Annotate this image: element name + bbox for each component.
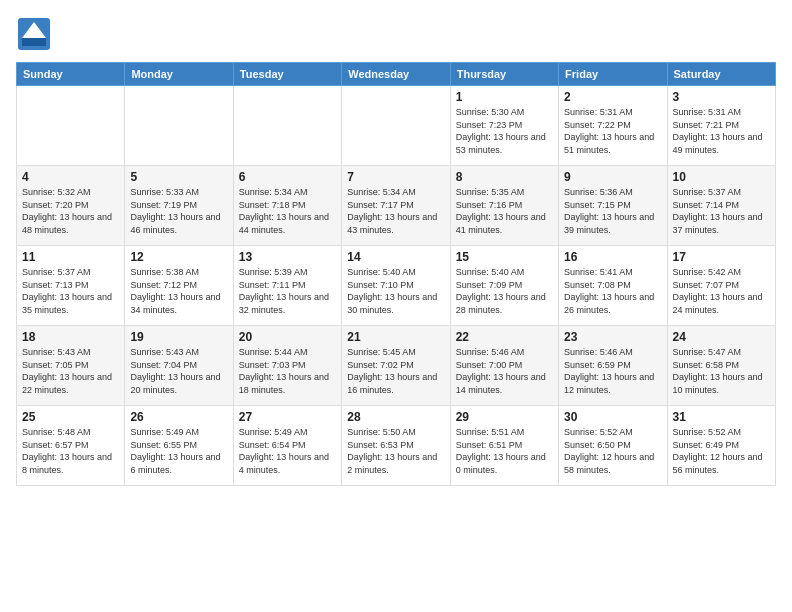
- day-number: 8: [456, 170, 553, 184]
- calendar-cell: 9Sunrise: 5:36 AM Sunset: 7:15 PM Daylig…: [559, 166, 667, 246]
- calendar-cell: 15Sunrise: 5:40 AM Sunset: 7:09 PM Dayli…: [450, 246, 558, 326]
- day-info: Sunrise: 5:49 AM Sunset: 6:54 PM Dayligh…: [239, 426, 336, 476]
- day-info: Sunrise: 5:34 AM Sunset: 7:18 PM Dayligh…: [239, 186, 336, 236]
- day-number: 15: [456, 250, 553, 264]
- day-number: 21: [347, 330, 444, 344]
- calendar-cell: 25Sunrise: 5:48 AM Sunset: 6:57 PM Dayli…: [17, 406, 125, 486]
- day-header-wednesday: Wednesday: [342, 63, 450, 86]
- calendar-body: 1Sunrise: 5:30 AM Sunset: 7:23 PM Daylig…: [17, 86, 776, 486]
- day-number: 12: [130, 250, 227, 264]
- day-info: Sunrise: 5:32 AM Sunset: 7:20 PM Dayligh…: [22, 186, 119, 236]
- day-info: Sunrise: 5:49 AM Sunset: 6:55 PM Dayligh…: [130, 426, 227, 476]
- calendar-header-row: SundayMondayTuesdayWednesdayThursdayFrid…: [17, 63, 776, 86]
- day-info: Sunrise: 5:46 AM Sunset: 6:59 PM Dayligh…: [564, 346, 661, 396]
- calendar-cell: 13Sunrise: 5:39 AM Sunset: 7:11 PM Dayli…: [233, 246, 341, 326]
- day-number: 3: [673, 90, 770, 104]
- calendar-cell: 14Sunrise: 5:40 AM Sunset: 7:10 PM Dayli…: [342, 246, 450, 326]
- day-header-friday: Friday: [559, 63, 667, 86]
- day-info: Sunrise: 5:43 AM Sunset: 7:04 PM Dayligh…: [130, 346, 227, 396]
- calendar-cell: 28Sunrise: 5:50 AM Sunset: 6:53 PM Dayli…: [342, 406, 450, 486]
- day-number: 30: [564, 410, 661, 424]
- day-info: Sunrise: 5:39 AM Sunset: 7:11 PM Dayligh…: [239, 266, 336, 316]
- day-number: 28: [347, 410, 444, 424]
- day-number: 18: [22, 330, 119, 344]
- day-number: 11: [22, 250, 119, 264]
- calendar-week-2: 4Sunrise: 5:32 AM Sunset: 7:20 PM Daylig…: [17, 166, 776, 246]
- day-number: 29: [456, 410, 553, 424]
- day-number: 20: [239, 330, 336, 344]
- calendar-cell: 1Sunrise: 5:30 AM Sunset: 7:23 PM Daylig…: [450, 86, 558, 166]
- day-header-monday: Monday: [125, 63, 233, 86]
- calendar-cell: [342, 86, 450, 166]
- calendar-cell: 3Sunrise: 5:31 AM Sunset: 7:21 PM Daylig…: [667, 86, 775, 166]
- calendar-cell: 31Sunrise: 5:52 AM Sunset: 6:49 PM Dayli…: [667, 406, 775, 486]
- day-info: Sunrise: 5:36 AM Sunset: 7:15 PM Dayligh…: [564, 186, 661, 236]
- day-info: Sunrise: 5:31 AM Sunset: 7:22 PM Dayligh…: [564, 106, 661, 156]
- day-number: 23: [564, 330, 661, 344]
- calendar-cell: 7Sunrise: 5:34 AM Sunset: 7:17 PM Daylig…: [342, 166, 450, 246]
- day-info: Sunrise: 5:38 AM Sunset: 7:12 PM Dayligh…: [130, 266, 227, 316]
- day-number: 2: [564, 90, 661, 104]
- calendar-cell: 29Sunrise: 5:51 AM Sunset: 6:51 PM Dayli…: [450, 406, 558, 486]
- day-header-tuesday: Tuesday: [233, 63, 341, 86]
- calendar-cell: 24Sunrise: 5:47 AM Sunset: 6:58 PM Dayli…: [667, 326, 775, 406]
- day-number: 14: [347, 250, 444, 264]
- calendar-cell: 2Sunrise: 5:31 AM Sunset: 7:22 PM Daylig…: [559, 86, 667, 166]
- day-number: 26: [130, 410, 227, 424]
- calendar-cell: 16Sunrise: 5:41 AM Sunset: 7:08 PM Dayli…: [559, 246, 667, 326]
- day-number: 6: [239, 170, 336, 184]
- day-info: Sunrise: 5:51 AM Sunset: 6:51 PM Dayligh…: [456, 426, 553, 476]
- day-number: 10: [673, 170, 770, 184]
- calendar-week-3: 11Sunrise: 5:37 AM Sunset: 7:13 PM Dayli…: [17, 246, 776, 326]
- day-info: Sunrise: 5:44 AM Sunset: 7:03 PM Dayligh…: [239, 346, 336, 396]
- calendar-cell: 17Sunrise: 5:42 AM Sunset: 7:07 PM Dayli…: [667, 246, 775, 326]
- day-number: 22: [456, 330, 553, 344]
- day-number: 19: [130, 330, 227, 344]
- day-info: Sunrise: 5:37 AM Sunset: 7:14 PM Dayligh…: [673, 186, 770, 236]
- day-number: 1: [456, 90, 553, 104]
- day-number: 16: [564, 250, 661, 264]
- calendar-cell: 19Sunrise: 5:43 AM Sunset: 7:04 PM Dayli…: [125, 326, 233, 406]
- logo-icon: [16, 16, 52, 52]
- header: [16, 16, 776, 52]
- calendar-cell: 5Sunrise: 5:33 AM Sunset: 7:19 PM Daylig…: [125, 166, 233, 246]
- day-number: 5: [130, 170, 227, 184]
- day-header-saturday: Saturday: [667, 63, 775, 86]
- day-info: Sunrise: 5:34 AM Sunset: 7:17 PM Dayligh…: [347, 186, 444, 236]
- day-info: Sunrise: 5:46 AM Sunset: 7:00 PM Dayligh…: [456, 346, 553, 396]
- day-info: Sunrise: 5:45 AM Sunset: 7:02 PM Dayligh…: [347, 346, 444, 396]
- day-info: Sunrise: 5:48 AM Sunset: 6:57 PM Dayligh…: [22, 426, 119, 476]
- day-number: 31: [673, 410, 770, 424]
- day-number: 4: [22, 170, 119, 184]
- day-header-thursday: Thursday: [450, 63, 558, 86]
- day-number: 9: [564, 170, 661, 184]
- day-number: 27: [239, 410, 336, 424]
- day-info: Sunrise: 5:35 AM Sunset: 7:16 PM Dayligh…: [456, 186, 553, 236]
- day-info: Sunrise: 5:37 AM Sunset: 7:13 PM Dayligh…: [22, 266, 119, 316]
- day-info: Sunrise: 5:41 AM Sunset: 7:08 PM Dayligh…: [564, 266, 661, 316]
- calendar-cell: 30Sunrise: 5:52 AM Sunset: 6:50 PM Dayli…: [559, 406, 667, 486]
- calendar-cell: [17, 86, 125, 166]
- day-info: Sunrise: 5:42 AM Sunset: 7:07 PM Dayligh…: [673, 266, 770, 316]
- day-info: Sunrise: 5:33 AM Sunset: 7:19 PM Dayligh…: [130, 186, 227, 236]
- calendar-cell: 26Sunrise: 5:49 AM Sunset: 6:55 PM Dayli…: [125, 406, 233, 486]
- day-info: Sunrise: 5:43 AM Sunset: 7:05 PM Dayligh…: [22, 346, 119, 396]
- day-number: 17: [673, 250, 770, 264]
- calendar-cell: 27Sunrise: 5:49 AM Sunset: 6:54 PM Dayli…: [233, 406, 341, 486]
- day-number: 25: [22, 410, 119, 424]
- day-number: 13: [239, 250, 336, 264]
- day-info: Sunrise: 5:50 AM Sunset: 6:53 PM Dayligh…: [347, 426, 444, 476]
- calendar-cell: 11Sunrise: 5:37 AM Sunset: 7:13 PM Dayli…: [17, 246, 125, 326]
- day-info: Sunrise: 5:30 AM Sunset: 7:23 PM Dayligh…: [456, 106, 553, 156]
- calendar-cell: [125, 86, 233, 166]
- day-info: Sunrise: 5:31 AM Sunset: 7:21 PM Dayligh…: [673, 106, 770, 156]
- calendar-cell: 18Sunrise: 5:43 AM Sunset: 7:05 PM Dayli…: [17, 326, 125, 406]
- day-info: Sunrise: 5:40 AM Sunset: 7:09 PM Dayligh…: [456, 266, 553, 316]
- calendar-cell: 6Sunrise: 5:34 AM Sunset: 7:18 PM Daylig…: [233, 166, 341, 246]
- calendar-cell: 4Sunrise: 5:32 AM Sunset: 7:20 PM Daylig…: [17, 166, 125, 246]
- day-info: Sunrise: 5:40 AM Sunset: 7:10 PM Dayligh…: [347, 266, 444, 316]
- svg-rect-2: [22, 38, 46, 46]
- day-number: 24: [673, 330, 770, 344]
- calendar-cell: 8Sunrise: 5:35 AM Sunset: 7:16 PM Daylig…: [450, 166, 558, 246]
- day-number: 7: [347, 170, 444, 184]
